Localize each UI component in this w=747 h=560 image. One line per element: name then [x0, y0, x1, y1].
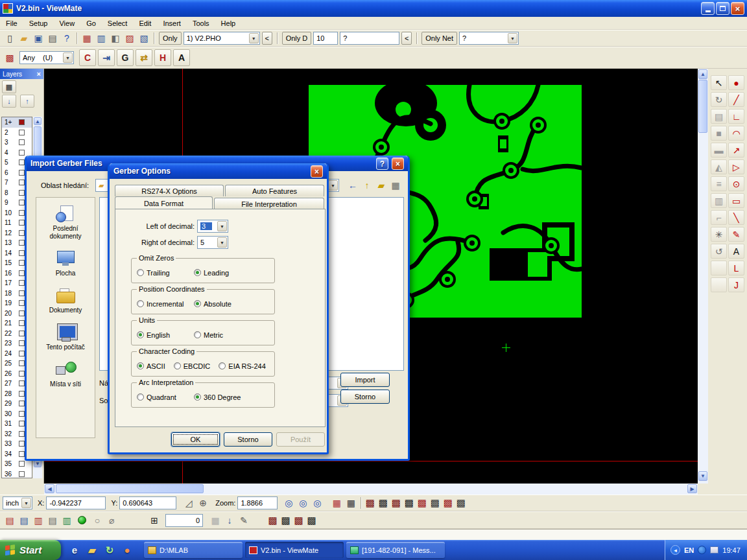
layer-color-swatch[interactable]	[19, 150, 25, 156]
l-pad-tool-icon[interactable]: L	[728, 261, 744, 275]
film-red2-icon[interactable]: ▥	[31, 514, 45, 527]
place-computer[interactable]: Tento počítač	[36, 323, 95, 351]
back-icon[interactable]: ←	[346, 179, 360, 192]
up-folder-icon[interactable]: ↑	[360, 179, 374, 192]
chevron-down-icon[interactable]: ▼	[217, 237, 227, 248]
menu-item-tools[interactable]: Tools	[187, 17, 215, 30]
radio-quadrant[interactable]: Quadrant	[137, 393, 194, 401]
ok-button[interactable]: OK	[171, 432, 220, 447]
settings-tool-icon[interactable]: ✳	[711, 227, 727, 242]
radio-ebcdic[interactable]: EBCDIC	[174, 362, 211, 370]
menu-item-insert[interactable]: Insert	[157, 17, 187, 30]
place-desktop[interactable]: Plocha	[36, 249, 95, 277]
menu-item-go[interactable]: Go	[80, 17, 102, 30]
layer-color-swatch[interactable]	[19, 331, 25, 336]
menu-item-help[interactable]: Help	[215, 17, 242, 30]
probe-icon[interactable]: ⌀	[104, 514, 119, 527]
film-green-icon[interactable]: ▥	[60, 514, 74, 527]
dcode-filter-field[interactable]: ?	[340, 32, 399, 45]
layer-row-3[interactable]: 3	[2, 137, 32, 148]
chevron-down-icon[interactable]: ▼	[249, 33, 259, 43]
radio-icon[interactable]	[137, 269, 144, 276]
layer-color-swatch[interactable]	[19, 159, 25, 165]
dcode-pattern-5-icon[interactable]: ▩	[416, 497, 428, 509]
radio-ascii[interactable]: ASCII	[137, 362, 165, 370]
tab-auto-features[interactable]: Auto Features	[225, 185, 324, 196]
scroll-up-icon[interactable]: ▲	[698, 69, 707, 79]
radio-icon[interactable]	[137, 331, 144, 338]
radio-icon[interactable]	[194, 269, 201, 276]
measure-icon[interactable]: ◿	[182, 496, 196, 509]
dice-pattern-4-icon[interactable]: ▩	[305, 515, 318, 526]
layer-color-swatch[interactable]	[19, 270, 25, 276]
hide-tray-chevron-icon[interactable]: ◂	[670, 545, 680, 555]
layer-color-swatch[interactable]	[19, 180, 25, 185]
scroll-left-icon[interactable]: ◀	[45, 484, 54, 493]
tab-data-format[interactable]: Data Format	[115, 196, 213, 210]
radio-icon[interactable]	[137, 300, 144, 307]
radio-icon[interactable]	[137, 393, 144, 401]
layer-color-swatch[interactable]	[19, 280, 25, 286]
group-highlight-button[interactable]: G	[117, 49, 134, 66]
place-documents[interactable]: Dokumenty	[36, 286, 95, 314]
explorer-folder-icon[interactable]: ▰	[86, 544, 98, 556]
radio-360-degree[interactable]: 360 Degree	[194, 393, 251, 401]
apply-button[interactable]: Použít	[276, 432, 325, 447]
layer-color-swatch[interactable]	[19, 210, 25, 216]
move-layer-up-button[interactable]: ↑	[20, 95, 34, 108]
diagonal-tool-icon[interactable]: ╲	[728, 210, 744, 225]
dice-pattern-3-icon[interactable]: ▩	[292, 515, 305, 526]
save-icon[interactable]: ▣	[31, 32, 45, 45]
text-tool-icon[interactable]: A	[728, 244, 744, 259]
lamp-circle-icon[interactable]: ○	[90, 514, 104, 527]
layer-color-swatch[interactable]	[19, 220, 25, 226]
tab-rs274-x-options[interactable]: RS274-X Options	[115, 185, 224, 196]
layer-combo[interactable]: 1) V2.PHO▼	[184, 32, 260, 45]
right-of-decimal-combo[interactable]: 5 ▼	[197, 236, 228, 249]
zoom-window-icon[interactable]: ◎	[296, 496, 310, 509]
radio-icon[interactable]	[137, 362, 144, 369]
context-help-icon[interactable]: ?	[60, 32, 74, 45]
views-icon[interactable]: ▦	[388, 179, 403, 192]
layer-color-swatch[interactable]	[19, 360, 25, 366]
layer-color-swatch[interactable]	[19, 230, 25, 236]
clear-highlight-button[interactable]: C	[79, 49, 96, 66]
j-pad-tool-icon[interactable]: J	[728, 277, 744, 292]
corner-line-tool-icon[interactable]: ∟	[728, 109, 744, 124]
taskbar-button-viewmate[interactable]: V2.bin - ViewMate	[245, 542, 344, 558]
only-layer-toggle[interactable]: Only	[159, 32, 182, 45]
layer-color-swatch[interactable]	[19, 310, 25, 316]
chevron-down-icon[interactable]: ▼	[328, 180, 338, 191]
layer-color-swatch[interactable]	[19, 290, 25, 296]
grid-red-icon[interactable]: ▦	[329, 496, 344, 509]
layer-color-swatch[interactable]	[19, 380, 25, 386]
net-combo[interactable]: ?▼	[459, 32, 519, 45]
chevron-down-icon[interactable]: ▼	[21, 498, 31, 508]
dcode-field[interactable]: 10	[313, 32, 338, 45]
mirror-tool-icon[interactable]: ◭	[711, 159, 727, 174]
layer-color-swatch[interactable]	[19, 351, 25, 356]
dcode-highlight-button[interactable]: ⇥	[98, 49, 115, 66]
net-highlight-button[interactable]: H	[154, 49, 171, 66]
move-layer-down-button[interactable]: ↓	[2, 95, 16, 108]
help-button[interactable]: ?	[376, 158, 388, 170]
sketch-tool-icon[interactable]: ✎	[728, 227, 744, 242]
aperture-info-icon[interactable]: ▥	[94, 32, 108, 45]
open-folder-icon[interactable]: ▰	[17, 32, 31, 45]
dcode-pattern-8-icon[interactable]: ▩	[455, 497, 467, 509]
status-light-icon[interactable]	[78, 516, 86, 524]
dice-pattern-2-icon[interactable]: ▩	[279, 515, 292, 526]
dcode-pattern-1-icon[interactable]: ▩	[364, 497, 376, 509]
layer-color-swatch[interactable]	[19, 431, 25, 437]
close-button[interactable]: ×	[731, 2, 744, 15]
scroll-thumb[interactable]	[56, 484, 204, 493]
radio-absolute[interactable]: Absolute	[194, 300, 251, 308]
tray-input-icon[interactable]	[710, 546, 718, 554]
film-red-icon[interactable]: ▤	[3, 514, 17, 527]
layer-color-swatch[interactable]	[19, 300, 25, 306]
d code-pattern-6-icon[interactable]: ▩	[429, 497, 441, 509]
left-of-decimal-combo[interactable]: 3 ▼	[197, 220, 228, 233]
radio-english[interactable]: English	[137, 331, 194, 339]
dcode-pattern-4-icon[interactable]: ▩	[403, 497, 415, 509]
scroll-right-icon[interactable]: ▶	[687, 484, 697, 493]
